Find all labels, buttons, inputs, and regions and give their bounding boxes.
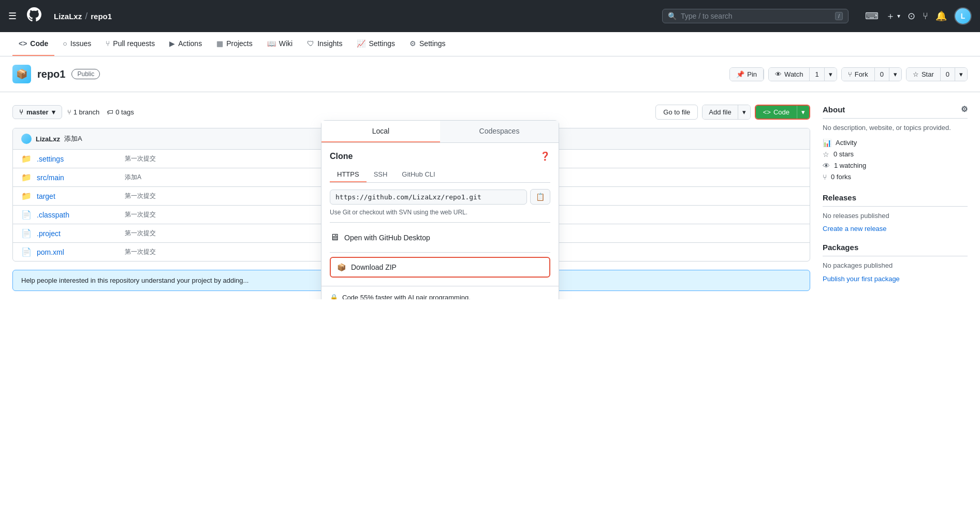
code-icon: <>	[763, 108, 771, 116]
divider	[330, 222, 550, 223]
watching-label: 1 watching	[834, 162, 866, 169]
menu-icon[interactable]: ☰	[8, 10, 17, 22]
ai-promo-content: Code 55% faster with AI pair programming…	[342, 294, 471, 299]
file-name-link[interactable]: pom.xml	[37, 248, 120, 256]
branch-count: 1 branch	[74, 108, 100, 116]
file-icon: 📄	[21, 247, 32, 257]
tab-projects[interactable]: ▦ Projects	[210, 32, 259, 56]
breadcrumb: LizaLxz / repo1	[54, 11, 112, 22]
tab-settings[interactable]: ⚙ Settings	[403, 32, 452, 56]
notifications-icon[interactable]: 🔔	[935, 10, 947, 22]
packages-title: Packages	[823, 243, 968, 256]
branch-icon: ⑂	[19, 108, 23, 116]
tab-security[interactable]: 🛡 Insights	[301, 32, 348, 56]
issues-icon[interactable]: ⊙	[908, 10, 915, 22]
tab-code[interactable]: <> Code	[12, 32, 54, 56]
clone-tabs: HTTPS SSH GitHub CLI	[330, 167, 550, 183]
plus-icon: ＋	[886, 10, 895, 22]
publish-package-link[interactable]: Publish your first package	[823, 275, 900, 283]
star-count: 0	[941, 68, 955, 81]
pr-tab-icon: ⑂	[106, 39, 110, 48]
watch-button[interactable]: 👁 Watch	[769, 68, 810, 81]
star-caret[interactable]: ▾	[955, 68, 967, 81]
file-name-link[interactable]: .classpath	[37, 211, 120, 219]
file-icon: 📄	[21, 210, 32, 220]
tag-count-link[interactable]: 🏷 0 tags	[107, 108, 134, 116]
create-new-button[interactable]: ＋ ▾	[886, 10, 900, 22]
tab-wiki-label: Wiki	[279, 39, 292, 48]
add-file-caret[interactable]: ▾	[738, 105, 750, 119]
wiki-tab-icon: 📖	[267, 39, 276, 48]
search-bar[interactable]: 🔍 Type / to search /	[662, 9, 849, 23]
code-dropdown-button: <> Code ▾	[755, 105, 810, 120]
dropdown-tab-local[interactable]: Local	[321, 121, 440, 142]
breadcrumb-user[interactable]: LizaLxz	[54, 12, 82, 21]
go-to-file-button[interactable]: Go to file	[655, 105, 698, 120]
tab-issues-label: Issues	[70, 39, 91, 48]
terminal-icon[interactable]: ⌨	[865, 10, 879, 22]
tab-pull-requests[interactable]: ⑂ Pull requests	[99, 32, 161, 56]
clone-title-text: Clone	[330, 152, 353, 161]
watch-caret[interactable]: ▾	[825, 68, 837, 81]
add-file-button-group: Add file ▾	[702, 105, 750, 120]
tab-insights[interactable]: 📈 Settings	[350, 32, 401, 56]
about-description: No description, website, or topics provi…	[823, 123, 968, 133]
avatar[interactable]: L	[954, 7, 972, 25]
branch-caret-icon: ▾	[52, 108, 55, 116]
file-name-link[interactable]: .settings	[37, 155, 120, 163]
branch-count-link[interactable]: ⑂ 1 branch	[67, 108, 100, 116]
clone-tab-ssh[interactable]: SSH	[367, 167, 395, 182]
branch-name: master	[26, 108, 49, 116]
pull-requests-icon[interactable]: ⑂	[923, 11, 928, 22]
header-actions: 📌 Pin 👁 Watch 1 ▾ ⑂ Fork 0 ▾ ☆	[729, 67, 968, 81]
copy-url-button[interactable]: 📋	[530, 189, 550, 205]
watch-label: Watch	[784, 70, 803, 78]
clone-help-icon[interactable]: ❓	[540, 151, 550, 161]
file-name-link[interactable]: .project	[37, 229, 120, 238]
stars-stat[interactable]: ☆ 0 stars	[823, 149, 968, 160]
open-desktop-button[interactable]: 🖥 Open with GitHub Desktop	[330, 227, 550, 248]
star-button[interactable]: ☆ Star	[906, 68, 941, 81]
clone-url-input[interactable]	[330, 190, 527, 205]
branch-selector[interactable]: ⑂ master ▾	[12, 105, 62, 119]
code-tab-icon: <>	[19, 39, 27, 48]
breadcrumb-repo[interactable]: repo1	[91, 12, 112, 21]
fork-caret[interactable]: ▾	[889, 68, 901, 81]
github-logo[interactable]	[27, 7, 41, 25]
tab-wiki[interactable]: 📖 Wiki	[261, 32, 299, 56]
fork-button[interactable]: ⑂ Fork	[842, 68, 875, 81]
watching-stat[interactable]: 👁 1 watching	[823, 160, 968, 171]
add-file-button[interactable]: Add file	[703, 105, 738, 119]
tag-icon: 🏷	[107, 108, 113, 116]
create-release-link[interactable]: Create a new release	[823, 225, 887, 233]
commit-author-avatar	[21, 134, 32, 144]
branch-bar-actions: Go to file Add file ▾ <> Code ▾	[655, 105, 810, 120]
clone-tab-https[interactable]: HTTPS	[330, 167, 367, 182]
dropdown-tab-codespaces[interactable]: Codespaces	[440, 121, 559, 142]
desktop-label: Open with GitHub Desktop	[344, 234, 430, 242]
pin-button[interactable]: 📌 Pin	[730, 68, 764, 81]
clone-note: Use Git or checkout with SVN using the w…	[330, 209, 550, 216]
watching-icon: 👁	[823, 162, 830, 170]
download-zip-button[interactable]: 📦 Download ZIP	[330, 257, 550, 278]
code-button-caret[interactable]: ▾	[797, 106, 809, 119]
file-name-link[interactable]: src/main	[37, 173, 120, 182]
activity-stat[interactable]: 📊 Activity	[823, 137, 968, 149]
file-name-link[interactable]: target	[37, 192, 120, 200]
branch-meta: ⑂ 1 branch 🏷 0 tags	[67, 108, 134, 116]
visibility-badge: Public	[71, 69, 100, 79]
about-title: About ⚙	[823, 105, 968, 119]
about-gear-icon[interactable]: ⚙	[961, 105, 968, 114]
releases-title: Releases	[823, 193, 968, 207]
tab-issues[interactable]: ○ Issues	[56, 32, 97, 56]
packages-title-text: Packages	[823, 243, 858, 252]
fork-label: Fork	[855, 70, 868, 78]
forks-stat[interactable]: ⑂ 0 forks	[823, 171, 968, 183]
forks-label: 0 forks	[831, 173, 851, 181]
tab-actions[interactable]: ▶ Actions	[163, 32, 208, 56]
projects-tab-icon: ▦	[216, 39, 223, 48]
ai-lock-icon: 🔒	[330, 294, 338, 299]
clone-tab-cli[interactable]: GitHub CLI	[394, 167, 442, 182]
tab-actions-label: Actions	[178, 39, 202, 48]
code-button-main[interactable]: <> Code	[756, 106, 797, 119]
